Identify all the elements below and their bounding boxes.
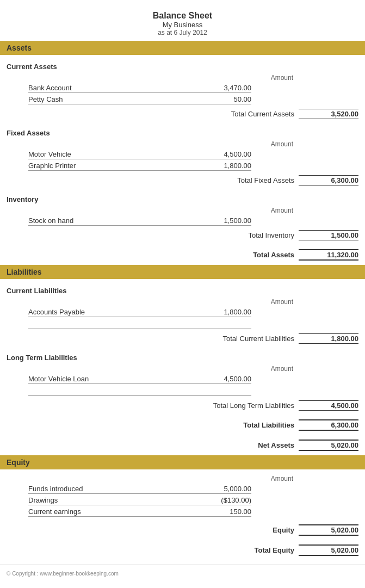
total-long-term-liabilities-amount: 4,500.00 — [299, 400, 358, 411]
report-subtitle: My Business — [0, 21, 365, 29]
current-earnings-row: Current earnings 150.00 — [28, 506, 358, 518]
liabilities-section-body: Current Liabilities Amount Accounts Paya… — [0, 279, 365, 455]
equity-amount-header: Amount — [7, 473, 358, 484]
current-liabilities-items: Accounts Payable 1,800.00 — [7, 307, 358, 330]
fixed-assets-amount-header: Amount — [7, 138, 358, 149]
long-term-liabilities-title: Long Term Liabilities — [7, 349, 358, 363]
current-liabilities-blank-row — [28, 318, 358, 330]
inventory-amount-header: Amount — [7, 205, 358, 215]
total-assets-row: Total Assets 11,320.00 — [7, 246, 358, 263]
accounts-payable-row: Accounts Payable 1,800.00 — [28, 307, 358, 318]
graphic-printer-row: Graphic Printer 1,800.00 — [28, 160, 358, 172]
total-assets-label: Total Assets — [207, 251, 294, 259]
current-assets-items: Bank Account 3,470.00 Petty Cash 50.00 — [7, 83, 358, 106]
equity-subtotal-label: Equity — [207, 526, 294, 534]
bank-account-row: Bank Account 3,470.00 — [28, 83, 358, 94]
total-fixed-assets-label: Total Fixed Assets — [207, 176, 294, 184]
motor-vehicle-loan-amount: 4,500.00 — [191, 375, 251, 384]
equity-subtotal-row: Equity 5,020.00 — [7, 521, 358, 538]
motor-vehicle-amount: 4,500.00 — [191, 150, 251, 159]
petty-cash-amount: 50.00 — [191, 95, 251, 104]
total-long-term-liabilities-row: Total Long Term Liabilities 4,500.00 — [7, 397, 358, 413]
report-title: Balance Sheet — [0, 11, 365, 21]
current-earnings-amount: 150.00 — [191, 507, 251, 517]
petty-cash-row: Petty Cash 50.00 — [28, 94, 358, 106]
total-equity-amount: 5,020.00 — [299, 544, 358, 556]
petty-cash-label: Petty Cash — [28, 95, 191, 104]
long-term-liabilities-blank-row — [28, 385, 358, 397]
motor-vehicle-row: Motor Vehicle 4,500.00 — [28, 149, 358, 160]
total-equity-label: Total Equity — [207, 546, 294, 554]
bank-account-amount: 3,470.00 — [191, 84, 251, 93]
equity-subtotal-amount: 5,020.00 — [299, 524, 358, 536]
funds-introduced-label: Funds introduced — [28, 485, 191, 494]
total-equity-row: Total Equity 5,020.00 — [7, 541, 358, 558]
stock-on-hand-amount: 1,500.00 — [191, 216, 251, 226]
drawings-label: Drawings — [28, 496, 191, 505]
stock-on-hand-row: Stock on hand 1,500.00 — [28, 215, 358, 227]
total-inventory-row: Total Inventory 1,500.00 — [7, 227, 358, 243]
drawings-row: Drawings ($130.00) — [28, 495, 358, 506]
equity-items: Funds introduced 5,000.00 Drawings ($130… — [7, 484, 358, 518]
accounts-payable-amount: 1,800.00 — [191, 308, 251, 317]
accounts-payable-label: Accounts Payable — [28, 308, 191, 317]
total-fixed-assets-row: Total Fixed Assets 6,300.00 — [7, 172, 358, 188]
graphic-printer-amount: 1,800.00 — [191, 162, 251, 171]
motor-vehicle-loan-label: Motor Vehicle Loan — [28, 375, 191, 384]
total-liabilities-row: Total Liabilities 6,300.00 — [7, 416, 358, 433]
fixed-assets-title: Fixed Assets — [7, 125, 358, 138]
total-assets-amount: 11,320.00 — [299, 249, 358, 261]
drawings-amount: ($130.00) — [191, 496, 251, 505]
motor-vehicle-loan-row: Motor Vehicle Loan 4,500.00 — [28, 374, 358, 385]
motor-vehicle-label: Motor Vehicle — [28, 150, 191, 159]
page: Balance Sheet My Business as at 6 July 2… — [0, 0, 365, 588]
net-assets-amount: 5,020.00 — [299, 440, 358, 451]
equity-section-header: Equity — [0, 455, 365, 469]
current-assets-amount-header: Amount — [7, 72, 358, 83]
report-header: Balance Sheet My Business as at 6 July 2… — [0, 5, 365, 41]
current-liabilities-amount-header: Amount — [7, 296, 358, 307]
net-assets-row: Net Assets 5,020.00 — [7, 436, 358, 453]
copyright: © Copyright : www.beginner-bookkeeping.c… — [0, 565, 365, 579]
net-assets-label: Net Assets — [207, 441, 294, 449]
current-earnings-label: Current earnings — [28, 507, 191, 517]
total-long-term-liabilities-label: Total Long Term Liabilities — [207, 401, 294, 410]
total-current-liabilities-amount: 1,800.00 — [299, 333, 358, 344]
equity-section-body: Amount Funds introduced 5,000.00 Drawing… — [0, 469, 365, 560]
total-inventory-amount: 1,500.00 — [299, 230, 358, 240]
graphic-printer-label: Graphic Printer — [28, 162, 191, 171]
assets-section-header: Assets — [0, 41, 365, 55]
stock-on-hand-label: Stock on hand — [28, 216, 191, 226]
report-date: as at 6 July 2012 — [0, 29, 365, 36]
total-current-assets-label: Total Current Assets — [207, 110, 294, 118]
total-current-liabilities-label: Total Current Liabilities — [207, 335, 294, 343]
inventory-items: Stock on hand 1,500.00 — [7, 215, 358, 227]
total-fixed-assets-amount: 6,300.00 — [299, 175, 358, 185]
total-liabilities-amount: 6,300.00 — [299, 419, 358, 431]
total-liabilities-label: Total Liabilities — [207, 421, 294, 429]
total-current-liabilities-row: Total Current Liabilities 1,800.00 — [7, 330, 358, 346]
current-liabilities-title: Current Liabilities — [7, 282, 358, 296]
long-term-liabilities-items: Motor Vehicle Loan 4,500.00 — [7, 374, 358, 397]
total-current-assets-row: Total Current Assets 3,520.00 — [7, 106, 358, 121]
liabilities-section-header: Liabilities — [0, 265, 365, 279]
long-term-liabilities-amount-header: Amount — [7, 363, 358, 374]
funds-introduced-amount: 5,000.00 — [191, 485, 251, 494]
assets-section-body: Current Assets Amount Bank Account 3,470… — [0, 55, 365, 265]
total-inventory-label: Total Inventory — [207, 231, 294, 239]
fixed-assets-items: Motor Vehicle 4,500.00 Graphic Printer 1… — [7, 149, 358, 172]
current-assets-title: Current Assets — [7, 58, 358, 72]
total-current-assets-amount: 3,520.00 — [299, 109, 358, 119]
funds-introduced-row: Funds introduced 5,000.00 — [28, 484, 358, 495]
bank-account-label: Bank Account — [28, 84, 191, 93]
inventory-title: Inventory — [7, 191, 358, 205]
